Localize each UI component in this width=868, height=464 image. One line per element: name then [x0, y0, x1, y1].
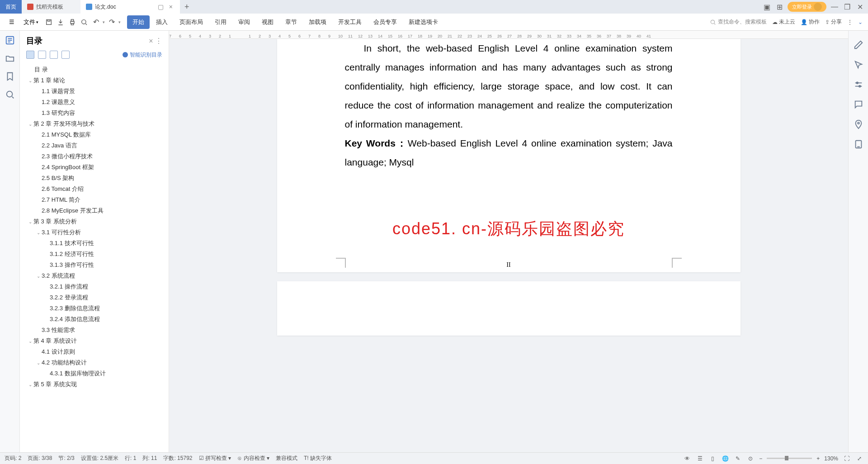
- outline-tool4-icon[interactable]: [61, 51, 70, 59]
- preview-icon[interactable]: [79, 17, 89, 27]
- toc-item[interactable]: 3.2.1 操作流程: [24, 281, 169, 292]
- search-rail-icon[interactable]: [5, 90, 15, 99]
- ribbon-tab-view[interactable]: 视图: [256, 15, 279, 29]
- zoom-slider[interactable]: [767, 458, 812, 459]
- toc-item[interactable]: ⌄4.2 功能结构设计: [24, 357, 169, 368]
- folder-rail-icon[interactable]: [5, 53, 15, 63]
- status-col[interactable]: 列: 11: [142, 455, 157, 462]
- login-button[interactable]: 立即登录: [788, 2, 826, 12]
- toc-item[interactable]: ⌄第 2 章 开发环境与技术: [24, 118, 169, 129]
- ribbon-tab-ref[interactable]: 引用: [209, 15, 232, 29]
- toc-item[interactable]: ⌄3.2 系统流程: [24, 270, 169, 281]
- view-list-icon[interactable]: ☰: [696, 455, 704, 463]
- outline-close-icon[interactable]: × ⋮: [149, 37, 162, 45]
- tab-docao[interactable]: 找稻壳模板: [22, 0, 80, 14]
- eye-icon[interactable]: 👁: [683, 455, 691, 463]
- status-content[interactable]: ⊙ 内容检查 ▾: [237, 455, 269, 462]
- ribbon-tab-chapter[interactable]: 章节: [280, 15, 302, 29]
- toc-item[interactable]: ⌄第 4 章 系统设计: [24, 336, 169, 346]
- layout-icon[interactable]: ▣: [762, 2, 771, 11]
- ribbon-tab-review[interactable]: 审阅: [233, 15, 255, 29]
- tablet-icon[interactable]: [854, 139, 863, 149]
- status-spell[interactable]: ☑ 拼写检查 ▾: [199, 455, 231, 462]
- grid-icon[interactable]: ⊞: [775, 2, 784, 11]
- file-menu[interactable]: 文件 ▾: [20, 16, 42, 28]
- expand-icon[interactable]: ⤢: [855, 455, 863, 463]
- zoom-out-button[interactable]: −: [759, 455, 762, 462]
- status-row[interactable]: 行: 1: [125, 455, 136, 462]
- toc-item[interactable]: 2.2 Java 语言: [24, 140, 169, 151]
- save-icon[interactable]: [44, 17, 54, 27]
- view-draw-icon[interactable]: ✎: [734, 455, 742, 463]
- ribbon-tab-new[interactable]: 新建选项卡: [403, 15, 443, 29]
- location-icon[interactable]: [854, 119, 863, 129]
- smart-toc-button[interactable]: 智能识别目录: [123, 51, 162, 59]
- toc-item[interactable]: 3.3 性能需求: [24, 325, 169, 336]
- sliders-icon[interactable]: [854, 80, 863, 90]
- maximize-icon[interactable]: ❐: [843, 2, 852, 11]
- ribbon-tab-member[interactable]: 会员专享: [368, 15, 402, 29]
- ribbon-tab-start[interactable]: 开始: [127, 15, 150, 29]
- toc-item[interactable]: 2.5 B/S 架构: [24, 173, 169, 184]
- toc-item[interactable]: 3.2.4 添加信息流程: [24, 314, 169, 325]
- toc-item[interactable]: ⌄第 1 章 绪论: [24, 75, 169, 86]
- tab-new-button[interactable]: +: [180, 2, 194, 12]
- chat-icon[interactable]: [854, 99, 863, 109]
- tab-document[interactable]: 论文.doc ▢ ×: [80, 0, 180, 14]
- undo-icon[interactable]: ↶: [91, 17, 101, 27]
- toc-item[interactable]: 2.4 SpringBoot 框架: [24, 162, 169, 173]
- hamburger-icon[interactable]: ☰: [5, 17, 18, 27]
- collab-button[interactable]: 👤 协作: [801, 18, 820, 26]
- toc-item[interactable]: 2.1 MYSQL 数据库: [24, 129, 169, 140]
- outline-tool1-icon[interactable]: [26, 51, 34, 59]
- status-pagecode[interactable]: 页码: 2: [5, 455, 21, 462]
- toc-item[interactable]: 3.1.1 技术可行性: [24, 238, 169, 249]
- ribbon-tab-insert[interactable]: 插入: [151, 15, 173, 29]
- toc-item[interactable]: ⌄第 3 章 系统分析: [24, 216, 169, 227]
- toc-item[interactable]: 4.1 设计原则: [24, 346, 169, 357]
- toc-item[interactable]: ⌄3.1 可行性分析: [24, 227, 169, 238]
- toc-item[interactable]: 3.2.2 登录流程: [24, 292, 169, 303]
- zoom-in-button[interactable]: +: [816, 455, 820, 462]
- pencil-icon[interactable]: [854, 40, 863, 50]
- command-search[interactable]: 查找命令、搜索模板: [710, 18, 767, 26]
- toc-item[interactable]: 3.2.3 删除信息流程: [24, 303, 169, 314]
- status-words[interactable]: 字数: 15792: [163, 455, 192, 462]
- outline-rail-icon[interactable]: [5, 35, 15, 45]
- ribbon-tab-layout[interactable]: 页面布局: [174, 15, 208, 29]
- toc-root[interactable]: 目 录: [24, 64, 169, 75]
- zoom-target-icon[interactable]: ⊙: [746, 455, 755, 463]
- close-icon[interactable]: ✕: [855, 2, 864, 11]
- ribbon-tab-addon[interactable]: 加载项: [303, 15, 332, 29]
- toc-item[interactable]: ⌄第 5 章 系统实现: [24, 379, 169, 390]
- toc-item[interactable]: 1.1 课题背景: [24, 86, 169, 97]
- cloud-button[interactable]: ☁ 未上云: [772, 18, 795, 26]
- fullscreen-icon[interactable]: ⛶: [843, 455, 851, 463]
- toc-item[interactable]: 3.1.3 操作可行性: [24, 260, 169, 270]
- collapse-icon[interactable]: ⌄: [858, 19, 863, 25]
- toc-item[interactable]: 2.3 微信小程序技术: [24, 151, 169, 162]
- minimize-icon[interactable]: —: [830, 2, 839, 11]
- status-font[interactable]: T! 缺失字体: [304, 455, 332, 462]
- bookmark-rail-icon[interactable]: [5, 71, 15, 81]
- toc-item[interactable]: 2.6 Tomcat 介绍: [24, 184, 169, 194]
- share-button[interactable]: ⇪ 分享: [825, 18, 842, 26]
- toc-item[interactable]: 3.1.2 经济可行性: [24, 249, 169, 260]
- toc-item[interactable]: 1.2 课题意义: [24, 97, 169, 108]
- print-icon[interactable]: [67, 17, 77, 27]
- tab-window-icon[interactable]: ▢: [156, 3, 165, 10]
- status-section[interactable]: 节: 2/3: [58, 455, 74, 462]
- status-compat[interactable]: 兼容模式: [276, 455, 297, 462]
- tab-home[interactable]: 首页: [0, 0, 22, 14]
- toc-item[interactable]: 1.3 研究内容: [24, 108, 169, 118]
- toc-item[interactable]: 4.3.1 数据库物理设计: [24, 368, 169, 379]
- redo-icon[interactable]: ↷: [107, 17, 117, 27]
- toc-item[interactable]: 2.7 HTML 简介: [24, 194, 169, 205]
- ruler[interactable]: 7654321123456789101112131415161718192021…: [169, 31, 848, 39]
- view-page-icon[interactable]: ▯: [708, 455, 717, 463]
- export-icon[interactable]: [56, 17, 66, 27]
- tab-close-icon[interactable]: ×: [167, 3, 175, 10]
- ribbon-tab-dev[interactable]: 开发工具: [333, 15, 367, 29]
- status-setval[interactable]: 设置值: 2.5厘米: [81, 455, 118, 462]
- cursor-icon[interactable]: [854, 60, 863, 70]
